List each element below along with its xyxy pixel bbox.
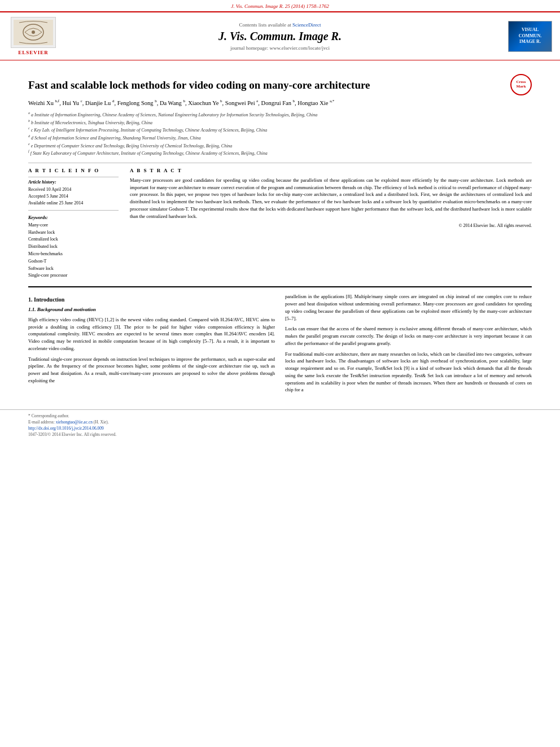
abstract-panel: A B S T R A C T Many-core processors are…	[130, 168, 532, 279]
body-para-4: Locks can ensure that the access of the …	[285, 325, 532, 347]
svg-point-2	[32, 30, 35, 34]
body-columns: 1. Introduction 1.1. Background and moti…	[28, 293, 532, 397]
kw-divider	[28, 210, 119, 211]
article-title: Fast and scalable lock methods for video…	[28, 78, 505, 93]
main-content: Fast and scalable lock methods for video…	[0, 60, 560, 404]
affiliations-block: a a Institute of Information Engineering…	[28, 111, 532, 157]
doi-link[interactable]: http://dx.doi.org/10.1016/j.jvcir.2014.0…	[28, 426, 104, 431]
keywords-label: Keywords:	[28, 215, 119, 220]
abstract-text: Many-core processors are good candidates…	[130, 177, 532, 220]
history-label: Article history:	[28, 180, 119, 185]
keyword-3: Centralized lock	[28, 236, 119, 243]
affiliation-e: e e Department of Computer Science and T…	[28, 142, 532, 150]
keyword-5: Micro-benchmarks	[28, 251, 119, 258]
crossmark-badge: CrossMark	[510, 74, 532, 95]
sciencedirect-link[interactable]: ScienceDirect	[292, 22, 321, 28]
article-info-heading: A R T I C L E I N F O	[28, 168, 119, 173]
journal-homepage: journal homepage: www.elsevier.com/locat…	[59, 45, 501, 51]
divider-1	[28, 163, 532, 163]
authors-line: Weizhi Xu b,f, Hui Yu c, Dianjie Lu d, F…	[28, 98, 532, 107]
issn-line: 1047-3203/© 2014 Elsevier Inc. All right…	[28, 432, 532, 437]
keyword-1: Many-core	[28, 222, 119, 229]
keyword-6: Godson-T	[28, 258, 119, 265]
body-col-right: parallelism in the applications [8]. Mul…	[285, 293, 532, 397]
email-note: E-mail address: xiehongtao@iie.ac.cn (H.…	[28, 420, 532, 425]
copyright-notice: © 2014 Elsevier Inc. All rights reserved…	[130, 223, 532, 228]
affiliation-d: d d School of Information Science and En…	[28, 134, 532, 142]
info-abstract-section: A R T I C L E I N F O Article history: R…	[28, 168, 532, 279]
received-date: Received 10 April 2014	[28, 186, 119, 193]
affiliation-f: f f State Key Laboratory of Computer Arc…	[28, 149, 532, 157]
section-divider	[28, 286, 532, 287]
info-divider	[28, 177, 119, 177]
keyword-4: Distributed lock	[28, 243, 119, 251]
keyword-7: Software lock	[28, 265, 119, 273]
affiliation-c: c c Key Lab. of Intelligent Information …	[28, 126, 532, 134]
journal-right-logo: VISUAL COMMUN. IMAGE R.	[508, 21, 552, 52]
top-citation-bar: J. Vis. Commun. Image R. 25 (2014) 1758–…	[0, 0, 560, 11]
subsection1-heading: 1.1. Background and motivation	[28, 306, 275, 314]
expected-text: expected	[124, 331, 141, 337]
journal-title: J. Vis. Commun. Image R.	[59, 30, 501, 43]
available-date: Available online 25 June 2014	[28, 200, 119, 207]
elsevier-logo-image	[11, 17, 56, 48]
doi-line: http://dx.doi.org/10.1016/j.jvcir.2014.0…	[28, 426, 532, 431]
accepted-date: Accepted 5 June 2014	[28, 193, 119, 200]
affiliation-b: b b Institute of Microelectronics, Tsing…	[28, 119, 532, 126]
journal-right-logo-block: VISUAL COMMUN. IMAGE R.	[501, 21, 552, 52]
section1-heading: 1. Introduction	[28, 295, 275, 304]
contents-available-line: Contents lists available at ScienceDirec…	[59, 22, 501, 28]
affiliation-a: a a Institute of Information Engineering…	[28, 111, 532, 119]
body-para-2: Traditional single-core processor depend…	[28, 356, 275, 385]
corresponding-author-note: * Corresponding author.	[28, 413, 532, 418]
journal-center-info: Contents lists available at ScienceDirec…	[59, 22, 501, 51]
article-info-panel: A R T I C L E I N F O Article history: R…	[28, 168, 119, 279]
body-para-3: parallelism in the applications [8]. Mul…	[285, 293, 532, 322]
elsevier-label: ELSEVIER	[18, 50, 49, 55]
journal-header: ELSEVIER Contents lists available at Sci…	[0, 11, 560, 60]
email-link[interactable]: xiehongtao@iie.ac.cn	[56, 420, 93, 425]
keyword-2: Hardware lock	[28, 229, 119, 237]
journal-citation: J. Vis. Commun. Image R. 25 (2014) 1758–…	[231, 3, 329, 9]
abstract-heading: A B S T R A C T	[130, 168, 532, 173]
elsevier-logo-block: ELSEVIER	[8, 17, 59, 55]
footer: * Corresponding author. E-mail address: …	[0, 409, 560, 442]
body-para-1: High efficiency video coding (HEVC) [1,2…	[28, 316, 275, 352]
body-col-left: 1. Introduction 1.1. Background and moti…	[28, 293, 275, 397]
body-para-5: For traditional multi-core architecture,…	[285, 351, 532, 394]
keyword-8: Single-core processor	[28, 272, 119, 279]
